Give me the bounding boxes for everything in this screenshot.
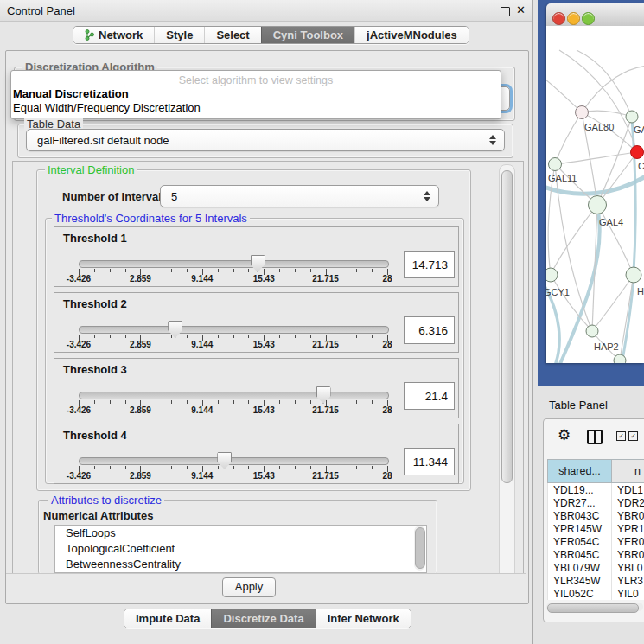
tick-label: 21.715 (312, 405, 339, 415)
table-data-combo[interactable]: galFiltered.sif default node (26, 129, 505, 151)
network-edge (597, 205, 634, 275)
split-view-icon[interactable] (587, 430, 603, 444)
numerical-attributes-list[interactable]: SelfLoopsTopologicalCoefficientBetweenne… (54, 525, 427, 573)
tick-label: 28 (382, 274, 392, 284)
popup-item-equal-width[interactable]: Equal Width/Frequency Discretization (13, 101, 201, 114)
node-label: GA (634, 124, 644, 135)
table-horizontal-scrollbar[interactable] (546, 603, 643, 611)
close-icon[interactable]: ✕ (516, 3, 526, 16)
gear-icon[interactable]: ⚙ (558, 427, 571, 444)
minor-tick (156, 466, 156, 469)
settings-vertical-scrollbar[interactable] (499, 164, 515, 598)
network-window: GAL80GACGAL11GAL4GCY1HHAP2 (546, 3, 644, 363)
table-row[interactable]: YER054CYER0 (548, 535, 644, 548)
network-canvas[interactable]: GAL80GACGAL11GAL4GCY1HHAP2 (546, 26, 644, 363)
scrollbar-thumb[interactable] (415, 527, 425, 569)
network-node-gal80[interactable] (576, 106, 589, 119)
tick-label: 9.144 (191, 405, 213, 415)
slider-track[interactable] (79, 392, 389, 399)
table-row[interactable]: YBR043CYBR0 (548, 509, 644, 522)
slider-thumb[interactable] (251, 255, 265, 272)
tab-select[interactable]: Select (204, 27, 260, 43)
node-label: C (638, 161, 644, 171)
table-row[interactable]: YIL052CYIL0 (548, 587, 644, 600)
popup-item-manual[interactable]: Manual Discretization (13, 87, 129, 100)
table-row[interactable]: YDL19...YDL1 (548, 483, 644, 497)
tab-network[interactable]: Network (73, 27, 154, 43)
table-row[interactable]: YLR345WYLR3 (548, 574, 644, 587)
minor-tick (295, 400, 296, 404)
attribute-item[interactable]: BetweennessCentrality (55, 557, 426, 572)
panel-title: Control Panel (7, 4, 75, 17)
node-label: GAL80 (584, 122, 614, 132)
traffic-light-minimize-icon[interactable] (567, 12, 580, 25)
table-row[interactable]: YDR27...YDR2 (548, 496, 644, 509)
table-cell: YBL0 (612, 561, 644, 574)
tab-jactivemnodules[interactable]: jActiveMNodules (354, 27, 469, 43)
network-window-titlebar[interactable] (546, 3, 644, 27)
threshold-panel-1: Threshold 1-3.4262.8599.14415.4321.71528 (54, 226, 459, 287)
attributes-list-scrollbar[interactable] (414, 526, 425, 571)
network-node[interactable] (614, 354, 626, 363)
checkbox-icon[interactable]: ✓ (616, 431, 626, 441)
tab-discretize-data[interactable]: Discretize Data (211, 609, 315, 628)
tab-label: Style (166, 27, 193, 43)
tab-infer-network[interactable]: Infer Network (316, 609, 411, 628)
minor-tick (372, 400, 373, 404)
network-node-h[interactable] (626, 267, 641, 283)
minor-tick (187, 335, 188, 338)
network-node-gcy1[interactable] (546, 268, 558, 282)
network-node-c[interactable] (631, 146, 644, 159)
minor-tick (187, 466, 188, 469)
column-header-shared[interactable]: shared... (548, 460, 612, 483)
minor-tick (125, 466, 126, 469)
minor-tick (356, 400, 357, 404)
minor-tick (218, 335, 219, 338)
tab-cyni-toolbox[interactable]: Cyni Toolbox (261, 27, 354, 43)
network-node-gal11[interactable] (549, 158, 562, 171)
tab-impute-data[interactable]: Impute Data (124, 609, 211, 628)
attribute-item[interactable]: TopologicalCoefficient (55, 541, 426, 557)
slider-thumb[interactable] (168, 321, 182, 338)
slider-track[interactable] (79, 326, 389, 334)
traffic-light-close-icon[interactable] (552, 12, 565, 25)
minor-tick (125, 269, 126, 272)
table-row[interactable]: YPR145WYPR1 (548, 522, 644, 535)
network-node-hap2[interactable] (586, 325, 598, 337)
slider-track[interactable] (79, 457, 389, 465)
checkbox-icon[interactable]: ✓ (628, 431, 638, 441)
network-desktop-area: GAL80GACGAL11GAL4GCY1HHAP2 (538, 0, 644, 386)
scrollbar-thumb[interactable] (501, 170, 513, 483)
minor-tick (125, 335, 126, 338)
minor-tick (356, 269, 357, 272)
minor-tick (248, 269, 249, 272)
thresholds-container: Threshold 1-3.4262.8599.14415.4321.71528… (54, 226, 457, 482)
minor-tick (310, 269, 311, 272)
attribute-item[interactable]: SelfLoops (55, 526, 426, 541)
network-node-gal4[interactable] (589, 196, 607, 214)
number-of-intervals-label: Number of Intervals (62, 190, 168, 203)
slider-track[interactable] (79, 260, 389, 268)
minor-tick (94, 400, 95, 404)
threshold-value-input[interactable] (404, 316, 455, 344)
number-of-intervals-combo[interactable]: 5 (160, 185, 439, 207)
column-header-n[interactable]: n (612, 460, 644, 483)
apply-button[interactable]: Apply (222, 577, 276, 597)
network-node-ga[interactable] (626, 111, 638, 123)
scrollbar-thumb[interactable] (547, 603, 639, 613)
interval-definition-title: Interval Definition (45, 163, 137, 176)
threshold-value-input[interactable] (404, 251, 455, 278)
threshold-value-input[interactable] (404, 382, 455, 410)
float-window-icon[interactable] (501, 7, 510, 16)
table-row[interactable]: YBR045CYBR0 (548, 548, 644, 561)
table-row[interactable]: YBL079WYBL0 (548, 561, 644, 574)
tick-label: 28 (382, 405, 392, 415)
network-edge (555, 164, 592, 331)
control-panel-titlebar: Control Panel ✕ (0, 0, 532, 22)
slider-thumb[interactable] (316, 386, 331, 404)
slider-thumb[interactable] (217, 452, 232, 469)
traffic-light-zoom-icon[interactable] (582, 12, 595, 25)
minor-tick (341, 269, 341, 272)
tab-style[interactable]: Style (154, 27, 204, 43)
threshold-value-input[interactable] (404, 448, 455, 475)
